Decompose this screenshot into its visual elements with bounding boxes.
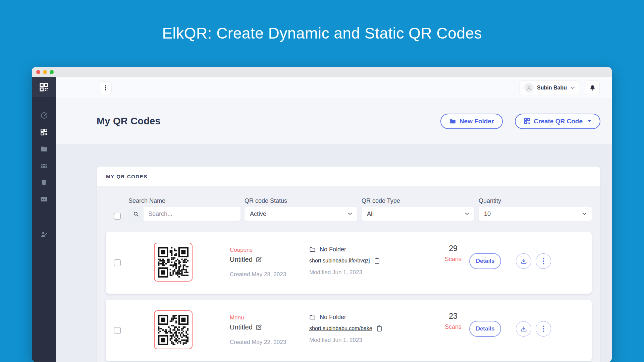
qr-category: Menu <box>230 314 286 321</box>
edit-name-icon[interactable] <box>256 324 262 330</box>
user-menu-button[interactable]: Subin Babu <box>519 80 580 95</box>
new-folder-label: New Folder <box>460 118 494 125</box>
quantity-select[interactable]: 10 <box>479 207 592 221</box>
scan-count: 29 <box>435 244 472 253</box>
copy-link-icon[interactable] <box>376 325 382 332</box>
qr-row: Menu Untitled <box>106 300 592 361</box>
download-button[interactable] <box>516 253 531 269</box>
menu-kebab-button[interactable] <box>100 81 112 94</box>
scans-label: Scans <box>435 256 472 263</box>
search-name-label: Search Name <box>128 197 165 204</box>
scan-count: 23 <box>435 312 472 321</box>
qr-name: Untitled <box>230 256 253 263</box>
scans-label: Scans <box>435 323 472 330</box>
chevron-down-icon <box>570 86 575 89</box>
qr-row: Coupons Untitled <box>106 232 592 294</box>
qr-logo-icon[interactable] <box>32 77 56 97</box>
sidebar-item-trash[interactable] <box>40 178 48 186</box>
qr-code-image <box>154 310 193 349</box>
page-title: ElkQR: Create Dynamic and Static QR Code… <box>0 24 644 42</box>
page-heading: My QR Codes <box>97 116 161 127</box>
caret-down-icon <box>587 120 591 123</box>
sidebar-item-qr-codes[interactable] <box>40 128 48 136</box>
app-window: Subin Babu My QR Codes <box>32 67 612 362</box>
qr-status-value: Active <box>250 210 266 218</box>
row-kebab-button[interactable] <box>536 253 551 269</box>
qr-name: Untitled <box>230 323 253 331</box>
details-button[interactable]: Details <box>469 253 501 269</box>
search-input[interactable] <box>144 207 240 221</box>
copy-link-icon[interactable] <box>374 257 380 264</box>
sidebar-item-billing[interactable] <box>40 195 48 203</box>
quantity-label: Quantity <box>479 197 501 204</box>
user-name: Subin Babu <box>537 85 567 91</box>
qr-codes-card: MY QR CODES Search Name QR code Status Q… <box>97 167 600 362</box>
notifications-button[interactable] <box>585 80 600 95</box>
short-link[interactable]: short.subinbabu.com/bake <box>309 325 372 331</box>
chevron-down-icon <box>347 212 353 216</box>
modified-date: Modified Jun 1, 2023 <box>309 337 382 344</box>
card-title: MY QR CODES <box>97 167 600 186</box>
sidebar-item-user-check[interactable] <box>40 230 48 238</box>
qr-type-label: QR code Type <box>362 197 400 204</box>
window-close-button[interactable] <box>36 70 40 74</box>
sidebar-item-folders[interactable] <box>40 145 48 153</box>
details-button[interactable]: Details <box>469 321 501 337</box>
filters-bar: Search Name QR code Status QR code Type … <box>106 197 592 221</box>
modified-date: Modified Jun 1, 2023 <box>309 269 380 276</box>
select-all-checkbox[interactable] <box>114 213 121 220</box>
new-folder-button[interactable]: New Folder <box>440 114 503 129</box>
folder-icon <box>449 118 456 125</box>
chevron-down-icon <box>582 212 587 216</box>
short-link[interactable]: short.subinbabu.life/bvqzj <box>309 258 370 264</box>
folder-name: No Folder <box>320 314 346 321</box>
top-toolbar: Subin Babu <box>56 77 612 99</box>
folder-outline-icon <box>309 314 316 320</box>
window-zoom-button[interactable] <box>50 70 54 74</box>
sidebar <box>32 77 56 362</box>
sidebar-item-dashboard[interactable] <box>40 111 48 119</box>
qr-category: Coupons <box>230 247 286 253</box>
folder-name: No Folder <box>320 246 346 253</box>
main-content: MY QR CODES Search Name QR code Status Q… <box>56 144 612 362</box>
avatar <box>524 83 534 93</box>
qr-code-image <box>154 243 193 282</box>
qr-type-select[interactable]: All <box>362 207 474 221</box>
qr-status-label: QR code Status <box>245 197 287 204</box>
created-date: Created May 22, 2023 <box>230 339 286 346</box>
create-qr-code-button[interactable]: Create QR Code <box>515 114 600 129</box>
window-titlebar <box>32 67 612 77</box>
created-date: Created May 28, 2023 <box>230 271 286 278</box>
download-button[interactable] <box>516 321 531 337</box>
row-checkbox[interactable] <box>114 259 121 266</box>
qr-status-select[interactable]: Active <box>245 207 357 221</box>
search-input-group <box>128 207 240 221</box>
qr-icon <box>524 118 530 124</box>
window-minimize-button[interactable] <box>43 70 47 74</box>
sidebar-item-users[interactable] <box>40 162 48 170</box>
search-icon <box>128 207 144 221</box>
quantity-value: 10 <box>484 210 491 218</box>
qr-type-value: All <box>367 210 374 218</box>
chevron-down-icon <box>465 212 470 216</box>
edit-name-icon[interactable] <box>256 256 262 263</box>
page-header: My QR Codes New Folder <box>56 99 612 144</box>
create-qr-code-label: Create QR Code <box>534 118 583 125</box>
row-kebab-button[interactable] <box>536 321 551 337</box>
folder-outline-icon <box>309 246 316 253</box>
row-checkbox[interactable] <box>114 327 121 334</box>
